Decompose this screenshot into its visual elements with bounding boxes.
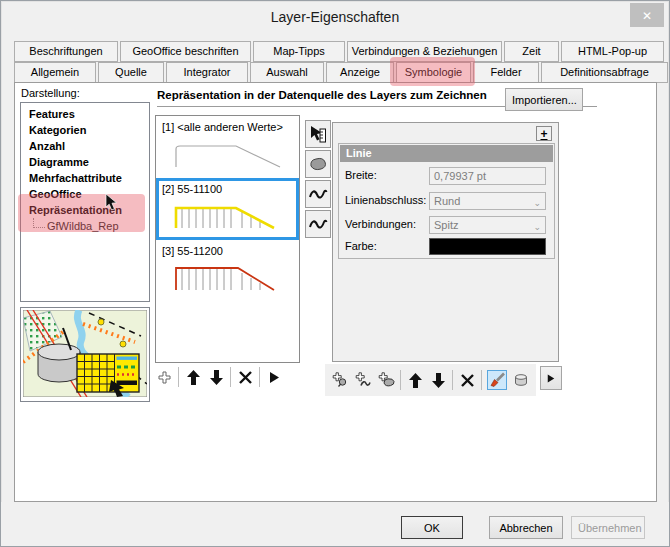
delete-icon[interactable] xyxy=(236,368,254,386)
rule-item-55-11200[interactable]: [3] 55-11200 xyxy=(156,240,299,302)
layer-properties-dialog: Layer-Eigenschaften ✕ Beschriftungen Geo… xyxy=(0,0,670,547)
toolbar-separator xyxy=(259,367,260,387)
add-marker-layer-icon[interactable] xyxy=(331,371,349,389)
move-down-icon[interactable] xyxy=(429,371,447,389)
tab-auswahl[interactable]: Auswahl xyxy=(250,62,324,83)
rule-symbol-preview xyxy=(162,198,292,234)
delete-icon[interactable] xyxy=(458,371,476,389)
symbology-tab-page: Darstellung: Features Kategorien Anzahl … xyxy=(14,82,657,502)
eraser-cylinder-icon[interactable] xyxy=(512,371,530,389)
tab-definitionsabfrage[interactable]: Definitionsabfrage xyxy=(541,62,668,83)
move-up-icon[interactable] xyxy=(184,368,202,386)
tab-map-tipps[interactable]: Map-Tipps xyxy=(253,41,345,62)
cancel-button[interactable]: Abbrechen xyxy=(489,516,563,539)
symbology-preview-box xyxy=(20,307,150,402)
line-properties-group: Linie Breite: 0,79937 pt Linienabschluss… xyxy=(338,143,555,259)
breite-input[interactable]: 0,79937 pt xyxy=(429,167,546,185)
tab-row-2: Allgemein Quelle Integrator Auswahl Anze… xyxy=(14,62,668,83)
toolbar-separator xyxy=(178,367,179,387)
representation-header: Repräsentation in der Datenquelle des La… xyxy=(157,89,487,101)
sidebar-item-features[interactable]: Features xyxy=(21,106,149,122)
linienabschluss-select[interactable]: Rund ⌄ xyxy=(429,192,546,210)
tab-beschriftungen[interactable]: Beschriftungen xyxy=(14,41,118,62)
move-up-icon[interactable] xyxy=(406,371,424,389)
farbe-label: Farbe: xyxy=(345,237,377,255)
toolbar-separator xyxy=(400,370,401,390)
tab-zeit[interactable]: Zeit xyxy=(504,41,559,62)
chevron-down-icon: ⌄ xyxy=(533,195,541,210)
apply-button: Übernehmen xyxy=(571,516,645,539)
more-icon[interactable] xyxy=(265,368,283,386)
tab-row-1: Beschriftungen GeoOffice beschriften Map… xyxy=(14,41,664,62)
linienabschluss-label: Linienabschluss: xyxy=(345,191,426,209)
dialog-footer: OK Abbrechen Übernehmen xyxy=(1,502,669,546)
move-down-icon[interactable] xyxy=(207,368,225,386)
stroke-squiggle-icon[interactable] xyxy=(305,180,331,208)
add-stroke-layer-icon[interactable] xyxy=(354,371,372,389)
tab-verbindungen-beziehungen[interactable]: Verbindungen & Beziehungen xyxy=(347,41,502,62)
tree-elbow-icon xyxy=(33,218,45,228)
tab-symbologie[interactable]: Symbologie xyxy=(396,62,471,83)
tab-integrator[interactable]: Integrator xyxy=(166,62,248,83)
verbindungen-select[interactable]: Spitz ⌄ xyxy=(429,216,546,234)
titlebar: Layer-Eigenschaften ✕ xyxy=(1,1,669,33)
verbindungen-label: Verbindungen: xyxy=(345,215,416,233)
sidebar-item-mehrfachattribute[interactable]: Mehrfachattribute xyxy=(21,170,149,186)
color-swatch[interactable] xyxy=(429,238,546,255)
sidebar-item-geooffice[interactable]: GeoOffice xyxy=(21,186,149,202)
rule-symbol-preview xyxy=(162,136,292,172)
symbol-layer-tabs xyxy=(305,120,333,238)
symbol-layer-toolbar xyxy=(325,364,536,396)
add-fill-layer-icon[interactable] xyxy=(377,371,395,389)
tab-felder[interactable]: Felder xyxy=(473,62,539,83)
rule-item-55-11100[interactable]: [2] 55-11100 xyxy=(156,178,299,240)
section-header: Linie xyxy=(340,145,553,162)
fill-blob-icon[interactable] xyxy=(305,150,331,178)
stroke-squiggle-icon[interactable] xyxy=(305,210,331,238)
paintbrush-icon[interactable] xyxy=(487,370,507,390)
more-options-button[interactable] xyxy=(540,366,562,390)
new-rule-icon[interactable] xyxy=(155,368,173,386)
toolbar-separator xyxy=(481,370,482,390)
sidebar-item-gfwildba-rep[interactable]: GfWildba_Rep xyxy=(21,218,149,234)
tab-geooffice-beschriften[interactable]: GeoOffice beschriften xyxy=(120,41,251,62)
tab-html-popup[interactable]: HTML-Pop-up xyxy=(561,41,664,62)
ok-button[interactable]: OK xyxy=(401,516,463,539)
sidebar-item-kategorien[interactable]: Kategorien xyxy=(21,122,149,138)
sidebar-item-anzahl[interactable]: Anzahl xyxy=(21,138,149,154)
selector-ruler-icon[interactable] xyxy=(305,120,331,148)
toolbar-separator xyxy=(230,367,231,387)
representation-rule-list: [1] <alle anderen Werte> [2] 55-11100 [3… xyxy=(155,115,300,363)
tab-allgemein[interactable]: Allgemein xyxy=(14,62,96,83)
tab-anzeige[interactable]: Anzeige xyxy=(326,62,394,83)
rule-item-alle-anderen-werte[interactable]: [1] <alle anderen Werte> xyxy=(156,116,299,178)
rule-symbol-preview xyxy=(162,260,292,296)
map-preview-image xyxy=(23,310,147,397)
line-properties-panel: + Linie Breite: 0,79937 pt Linienabschlu… xyxy=(332,122,559,362)
import-button[interactable]: Importieren... xyxy=(505,88,583,111)
sidebar-item-repraesentationen[interactable]: Repräsentationen xyxy=(21,202,149,218)
more-icon xyxy=(547,372,555,385)
window-title: Layer-Eigenschaften xyxy=(1,9,669,25)
breite-label: Breite: xyxy=(345,166,377,184)
darstellung-label: Darstellung: xyxy=(21,87,80,99)
tab-quelle[interactable]: Quelle xyxy=(98,62,164,83)
rule-list-toolbar xyxy=(155,367,283,387)
mouse-cursor xyxy=(105,194,118,211)
add-property-button[interactable]: + xyxy=(536,126,552,141)
sidebar-item-diagramme[interactable]: Diagramme xyxy=(21,154,149,170)
close-button[interactable]: ✕ xyxy=(630,3,664,27)
chevron-down-icon: ⌄ xyxy=(533,219,541,234)
darstellung-tree: Features Kategorien Anzahl Diagramme Meh… xyxy=(20,102,150,302)
toolbar-separator xyxy=(452,370,453,390)
